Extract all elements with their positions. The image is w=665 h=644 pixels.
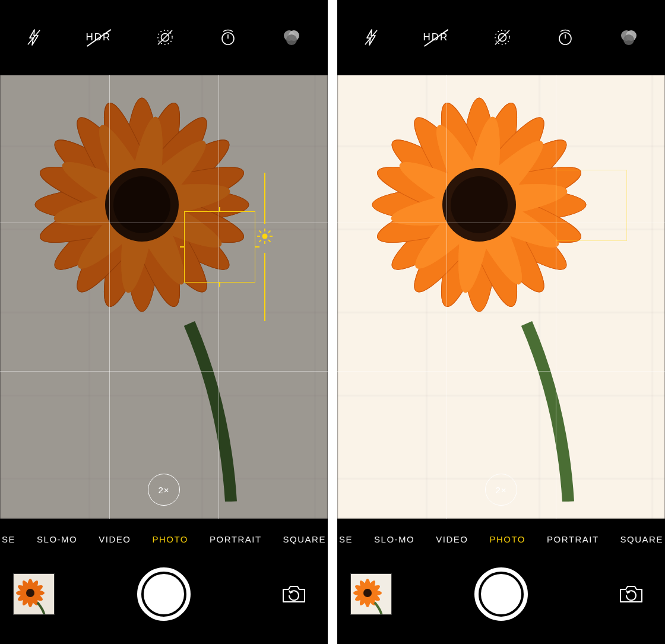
zoom-toggle[interactable]: 2× <box>148 474 180 506</box>
last-photo-thumbnail[interactable] <box>350 573 392 615</box>
svg-line-3 <box>158 30 172 45</box>
mode-item[interactable]: VIDEO <box>436 534 468 544</box>
live-photo-off-icon[interactable] <box>156 28 175 47</box>
shutter-button[interactable] <box>137 567 191 621</box>
mode-item[interactable]: VIDEO <box>99 534 131 544</box>
sun-icon[interactable] <box>256 228 273 245</box>
focus-indicator[interactable] <box>556 170 627 241</box>
focus-indicator[interactable] <box>184 211 255 283</box>
filters-icon[interactable] <box>619 28 639 46</box>
shutter-button[interactable] <box>474 567 528 621</box>
mode-item[interactable]: SLO-MO <box>374 534 414 544</box>
zoom-toggle[interactable]: 2× <box>485 474 517 506</box>
timer-icon[interactable] <box>219 28 237 46</box>
flash-off-icon[interactable] <box>363 28 379 46</box>
mode-item[interactable]: SE <box>339 534 353 544</box>
filters-icon[interactable] <box>281 28 302 46</box>
mode-item[interactable]: SLO-MO <box>37 534 77 544</box>
mode-item[interactable]: PORTRAIT <box>210 534 262 544</box>
svg-line-48 <box>268 231 271 233</box>
svg-line-46 <box>268 240 271 242</box>
mode-selector[interactable]: SE SLO-MO VIDEO PHOTO PORTRAIT SQUARE <box>337 519 665 554</box>
mode-item[interactable]: SQUARE <box>620 534 663 544</box>
live-photo-off-icon[interactable] <box>493 28 512 47</box>
svg-line-60 <box>495 30 509 45</box>
svg-point-96 <box>451 176 508 233</box>
switch-camera-button[interactable] <box>610 573 652 615</box>
mode-item-selected[interactable]: PHOTO <box>152 534 188 544</box>
camera-screen-right: HDR <box>337 0 665 644</box>
bottom-bar: SE SLO-MO VIDEO PHOTO PORTRAIT SQUARE <box>337 519 665 644</box>
camera-screen-left: HDR <box>0 0 328 644</box>
mode-item[interactable]: SE <box>2 534 15 544</box>
flash-off-icon[interactable] <box>26 28 42 46</box>
mode-item[interactable]: PORTRAIT <box>547 534 599 544</box>
switch-camera-button[interactable] <box>273 573 315 615</box>
svg-point-56 <box>26 589 34 597</box>
last-photo-thumbnail[interactable] <box>13 573 55 615</box>
flower-subject <box>349 75 634 502</box>
mode-selector[interactable]: SE SLO-MO VIDEO PHOTO PORTRAIT SQUARE <box>0 519 328 554</box>
svg-point-7 <box>286 34 297 45</box>
svg-point-64 <box>623 34 634 45</box>
exposure-slider-track[interactable] <box>264 253 265 321</box>
mode-item-selected[interactable]: PHOTO <box>489 534 525 544</box>
top-toolbar: HDR <box>0 0 328 75</box>
mode-item[interactable]: SQUARE <box>283 534 326 544</box>
hdr-toggle[interactable]: HDR <box>423 31 449 43</box>
svg-line-45 <box>259 231 262 233</box>
svg-point-40 <box>262 234 268 239</box>
bottom-bar: SE SLO-MO VIDEO PHOTO PORTRAIT SQUARE <box>0 519 328 644</box>
timer-icon[interactable] <box>556 28 574 46</box>
exposure-slider-track[interactable] <box>264 173 265 224</box>
viewfinder[interactable]: 2× <box>0 75 328 519</box>
viewfinder[interactable]: 2× <box>337 75 665 519</box>
hdr-toggle[interactable]: HDR <box>86 31 112 43</box>
top-toolbar: HDR <box>337 0 665 75</box>
svg-point-104 <box>363 589 372 597</box>
svg-line-47 <box>259 240 262 242</box>
